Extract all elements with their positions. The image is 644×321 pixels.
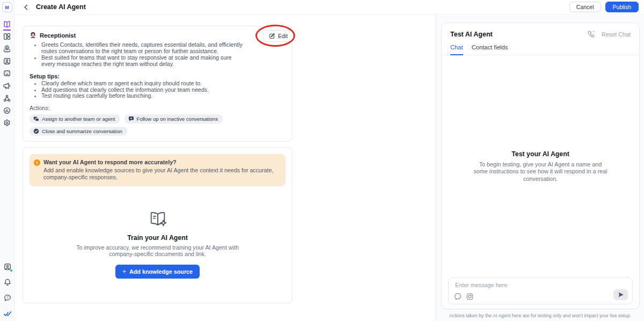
edit-agent-button[interactable]: Edit xyxy=(263,30,294,42)
test-disclaimer: Actions taken by the AI Agent here are f… xyxy=(436,313,644,318)
test-agent-panel: Test AI Agent Reset Chat Chat Contact fi… xyxy=(441,23,640,309)
book-sparkle-icon xyxy=(147,210,169,229)
agent-name: Receptionist xyxy=(40,32,76,39)
workspace-logo[interactable]: M xyxy=(2,2,12,12)
messenger-channel-button[interactable] xyxy=(454,293,462,300)
action-chips: Assign to another team or agent Follow u… xyxy=(30,114,266,136)
messenger-icon xyxy=(454,293,462,300)
bell-icon xyxy=(3,278,12,287)
active-indicator xyxy=(3,30,11,31)
edit-pencil-icon xyxy=(269,33,275,39)
svg-text:?: ? xyxy=(6,296,9,300)
app-sidebar: M xyxy=(0,0,14,321)
chat-empty-state: Test your AI Agent To begin testing, giv… xyxy=(442,150,639,183)
test-panel-title: Test AI Agent xyxy=(450,31,493,38)
chevron-left-icon xyxy=(23,4,29,10)
sidebar-item-settings[interactable] xyxy=(3,119,11,127)
banner-title: Want your AI Agent to respond more accur… xyxy=(43,159,276,165)
sidebar-item-dashboard[interactable] xyxy=(3,32,11,41)
sidebar-item-notifications[interactable] xyxy=(3,278,12,287)
phone-icon[interactable] xyxy=(587,30,595,38)
check-circle-icon xyxy=(33,128,39,134)
gear-icon xyxy=(3,119,11,127)
add-knowledge-source-button[interactable]: + Add knowledge source xyxy=(115,265,200,279)
tab-contact-fields[interactable]: Contact fields xyxy=(472,44,508,55)
description-bullet: Greets Contacts, identifies their needs,… xyxy=(41,42,246,55)
train-title: Train your AI Agent xyxy=(30,234,286,242)
action-chip-close: Close and summarize conversation xyxy=(30,127,127,136)
banner-body: Add and enable knowledge sources to give… xyxy=(43,167,276,181)
sidebar-item-help[interactable]: ? xyxy=(3,294,12,302)
train-empty-state: Train your AI Agent To improve accuracy,… xyxy=(30,186,286,279)
sidebar-item-profile[interactable] xyxy=(3,262,12,271)
knowledge-warning-banner: ! Want your AI Agent to respond more acc… xyxy=(30,154,286,186)
sidebar-item-analytics[interactable] xyxy=(3,106,11,115)
agent-description-list: Greets Contacts, identifies their needs,… xyxy=(30,42,246,68)
tab-chat[interactable]: Chat xyxy=(450,44,463,55)
sidebar-item-contacts[interactable] xyxy=(3,57,11,65)
open-book-icon xyxy=(3,20,11,28)
sidebar-item-agents[interactable] xyxy=(3,20,11,28)
test-panel-tabs: Chat Contact fields xyxy=(442,44,639,55)
top-bar: Create AI Agent Cancel Publish xyxy=(14,0,644,14)
share-nodes-icon xyxy=(3,94,11,103)
cancel-button[interactable]: Cancel xyxy=(569,2,601,12)
message-composer xyxy=(448,278,633,304)
help-bubble-icon: ? xyxy=(3,294,12,302)
page-title: Create AI Agent xyxy=(36,3,86,11)
chat-bubbles-icon xyxy=(33,116,39,122)
empty-state-body: To begin testing, give your AI Agent a n… xyxy=(472,161,609,183)
kanban-board-icon xyxy=(3,32,11,41)
woman-receptionist-emoji xyxy=(30,32,36,39)
send-plane-icon xyxy=(618,291,624,298)
back-button[interactable] xyxy=(21,3,30,11)
actions-label: Actions: xyxy=(30,105,286,111)
setup-tip: Clearly define which team or agent each … xyxy=(41,81,246,87)
message-input[interactable] xyxy=(455,282,626,288)
agent-summary-card: Receptionist Edit Greets Contacts, ident… xyxy=(23,26,292,142)
megaphone-icon xyxy=(3,82,11,90)
setup-tips-list: Clearly define which team or agent each … xyxy=(30,81,246,100)
sidebar-item-inbox[interactable] xyxy=(3,45,11,53)
sidebar-item-flows[interactable] xyxy=(3,94,11,103)
train-subtitle: To improve accuracy, we recommend traini… xyxy=(69,244,247,258)
contact-card-icon xyxy=(3,57,11,65)
plus-icon: + xyxy=(122,268,126,275)
reset-chat-button[interactable]: Reset Chat xyxy=(602,31,631,38)
publish-button[interactable]: Publish xyxy=(605,2,639,12)
description-bullet: Best suited for teams that want to stay … xyxy=(41,55,246,68)
empty-state-title: Test your AI Agent xyxy=(442,150,639,158)
inbox-in-icon xyxy=(3,45,11,53)
setup-tips-label: Setup tips: xyxy=(30,73,286,79)
sidebar-item-tasks[interactable] xyxy=(3,309,12,318)
action-chip-assign: Assign to another team or agent xyxy=(30,114,120,123)
chatbot-icon xyxy=(3,69,11,78)
sidebar-item-automation[interactable] xyxy=(3,69,11,78)
main-content: Receptionist Edit Greets Contacts, ident… xyxy=(14,14,436,321)
warning-icon: ! xyxy=(34,159,40,166)
online-status-dot xyxy=(10,269,13,272)
analytics-icon xyxy=(3,106,11,115)
action-chip-follow-up: Follow up on inactive conversations xyxy=(125,114,223,123)
instagram-icon xyxy=(466,293,473,300)
send-button[interactable] xyxy=(613,289,628,300)
knowledge-card: ! Want your AI Agent to respond more acc… xyxy=(23,147,292,303)
setup-tip: Test routing rules carefully before laun… xyxy=(41,93,246,99)
sidebar-item-broadcasts[interactable] xyxy=(3,82,11,90)
double-check-icon xyxy=(3,309,12,318)
bubble-arrow-icon xyxy=(128,116,134,122)
instagram-channel-button[interactable] xyxy=(466,293,473,300)
